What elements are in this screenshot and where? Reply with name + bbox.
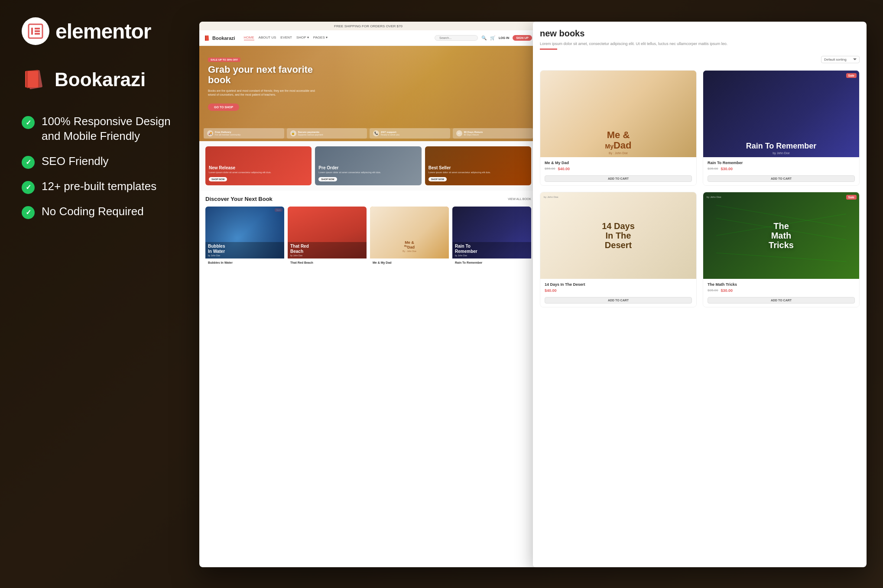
elementor-icon xyxy=(22,17,49,45)
category-new-release[interactable]: New Release Lorem ipsum dolor sit amet c… xyxy=(205,146,312,185)
nav-home[interactable]: HOME xyxy=(244,36,254,40)
book-bottom-mathtricks: The Math Tricks $35.00 $30.00 ADD TO CAR… xyxy=(703,279,859,307)
book-cover-medadsmall: Sale Me &MyDad By : John Doe xyxy=(370,207,449,258)
cat-pre-order-btn[interactable]: SHOP NOW xyxy=(318,177,337,181)
sort-row: Default sorting Price: low to high Price… xyxy=(540,56,860,63)
support-sub: Ready to serve you xyxy=(381,133,399,136)
search-icon[interactable]: 🔍 xyxy=(481,36,487,40)
book-grid: Sale BubblesIn Water by John Doe Bubbles… xyxy=(205,207,531,268)
redbeach-author: by John Doe xyxy=(290,254,364,257)
secure-sub: Supports various payment xyxy=(298,133,323,136)
desert-add-to-cart[interactable]: ADD TO CART xyxy=(545,297,692,304)
feat-return: ↩ 90 Days Return 90 Days Return xyxy=(453,128,533,139)
return-icon: ↩ xyxy=(456,130,462,136)
new-books-desc: Lorem ipsum dolor sit amet, consectetur … xyxy=(540,41,860,47)
nav-search-input[interactable] xyxy=(435,35,478,41)
book-bottom-medad: Me & My Dad $55.00 $40.00 ADD TO CART xyxy=(540,157,696,185)
book-lg-medad[interactable]: Me &MyDad By : John Doe Me & My Dad $55.… xyxy=(540,70,697,186)
book-cover-lg-medad: Me &MyDad By : John Doe xyxy=(540,71,696,157)
medad-add-to-cart[interactable]: ADD TO CART xyxy=(545,175,692,182)
medad-new-price: $40.00 xyxy=(558,167,570,171)
check-icon-templates xyxy=(22,181,35,194)
rain-lg-author: by John Doe xyxy=(773,152,789,155)
book-card-medadsmall[interactable]: Sale Me &MyDad By : John Doe Me & My Dad xyxy=(370,207,449,268)
medad-lg-title-text: Me &MyDad xyxy=(556,130,681,151)
book-bottom-desert: 14 Days In The Desert $40.00 ADD TO CART xyxy=(540,279,696,307)
feat-free-delivery: 🚚 Free Delivery For all member community xyxy=(204,128,284,139)
book-lg-mathtricks[interactable]: Sale by John Doe TheMathTricks The Math … xyxy=(703,192,860,307)
nav-about[interactable]: ABOUT US xyxy=(259,36,276,40)
bubbles-title-overlay: BubblesIn Water by John Doe xyxy=(205,242,284,258)
book-info-bubbles: Bubbles In Water xyxy=(205,258,284,268)
nav-pages[interactable]: PAGES ▾ xyxy=(313,36,328,40)
rain-lg-title-text: Rain To Remember xyxy=(719,142,844,151)
book-lg-rain[interactable]: Sale Rain To Remember by John Doe Rain T… xyxy=(703,70,860,186)
cat-best-seller-btn[interactable]: SHOP NOW xyxy=(429,177,447,181)
book-lg-name-rain: Rain To Remember xyxy=(708,161,855,165)
cat-pre-order-desc: Lorem ipsum dolor sit amet consectetur a… xyxy=(318,171,381,174)
view-all-link[interactable]: VIEW ALL BOOK xyxy=(508,197,531,200)
check-icon-seo xyxy=(22,156,35,169)
rain-add-to-cart[interactable]: ADD TO CART xyxy=(708,175,855,182)
cat-new-release-btn[interactable]: SHOP NOW xyxy=(209,177,227,181)
hero-title: Grab your next favorite book xyxy=(208,65,321,85)
feature-bars: 🚚 Free Delivery For all member community… xyxy=(204,128,533,139)
elementor-logo: elementor xyxy=(22,17,186,45)
feature-item-templates: 12+ pre-built templates xyxy=(22,179,186,194)
sort-select[interactable]: Default sorting Price: low to high Price… xyxy=(821,56,860,63)
medad-author: By : John Doe xyxy=(403,250,416,252)
rain-old-price: $35.00 xyxy=(708,167,718,171)
nav-event[interactable]: EVENT xyxy=(280,36,292,40)
book-info-rain: Rain To Remember xyxy=(452,258,531,268)
nav-shop[interactable]: SHOP ▾ xyxy=(296,36,309,40)
main-mockup: FREE SHIPPING FOR ORDERS OVER $70 Bookar… xyxy=(199,22,537,567)
price-row-rain: $35.00 $30.00 xyxy=(708,167,855,171)
book-name-medad: Me & My Dad xyxy=(373,261,446,264)
category-best-seller[interactable]: Best Seller Lorem ipsum dolor sit amet c… xyxy=(425,146,531,185)
book-name-bubbles: Bubbles In Water xyxy=(208,261,282,264)
bookarazi-book-icon xyxy=(22,67,48,93)
mathtricks-deco xyxy=(703,192,859,279)
price-row-mathtricks: $35.00 $30.00 xyxy=(708,288,855,293)
book-card-redbeach[interactable]: Sale That RedBeach by John Doe That Red … xyxy=(288,207,367,268)
nav-login-btn[interactable]: LOG IN xyxy=(499,36,509,39)
book-card-rain[interactable]: Sale Rain ToRemember by John Doe Rain To… xyxy=(452,207,531,268)
book-lg-name-mathtricks: The Math Tricks xyxy=(708,282,855,287)
announcement-bar: FREE SHIPPING FOR ORDERS OVER $70 xyxy=(199,22,537,30)
delivery-sub: For all member community xyxy=(215,133,240,136)
discover-title: Discover Your Next Book xyxy=(205,196,273,202)
nav-logo-text: Bookarazi xyxy=(212,36,235,41)
feat-support: 📞 24/7 support Ready to serve you xyxy=(370,128,450,139)
features-list: 100% Responsive Design and Mobile Friend… xyxy=(22,114,186,219)
rain-new-price: $30.00 xyxy=(721,167,733,171)
hero-section: SALE UP TO 30% OFF Grab your next favori… xyxy=(199,46,537,141)
hero-sale-tag: SALE UP TO 30% OFF xyxy=(208,58,240,62)
redbeach-title-overlay: That RedBeach by John Doe xyxy=(288,242,367,258)
book-cover-lg-rain: Sale Rain To Remember by John Doe xyxy=(703,71,859,157)
feat-secure-payments: 🔒 Secure payments Supports various payme… xyxy=(287,128,367,139)
discover-section: Discover Your Next Book VIEW ALL BOOK Sa… xyxy=(199,191,537,273)
cat-new-release-content: New Release Lorem ipsum dolor sit amet c… xyxy=(209,165,271,182)
hero-cta-button[interactable]: GO TO SHOP xyxy=(208,103,239,111)
cat-new-release-title: New Release xyxy=(209,165,271,170)
right-cards-panel: new books Lorem ipsum dolor sit amet, co… xyxy=(533,22,867,567)
price-row-medad: $55.00 $40.00 xyxy=(545,167,692,171)
book-lg-desert[interactable]: by John Doe 14 DaysIn TheDesert 14 Days … xyxy=(540,192,697,307)
bubbles-author: by John Doe xyxy=(208,254,282,257)
rain-lg-title: Rain To Remember xyxy=(719,142,844,151)
book-cover-bubbles: Sale BubblesIn Water by John Doe xyxy=(205,207,284,258)
book-name-redbeach: That Red Beach xyxy=(290,261,364,264)
cat-new-release-desc: Lorem ipsum dolor sit amet consectetur a… xyxy=(209,171,271,174)
nav-signup-btn[interactable]: SIGN UP xyxy=(513,35,532,41)
rain-author: by John Doe xyxy=(455,254,529,257)
feature-item-nocoding: No Coding Required xyxy=(22,204,186,219)
svg-rect-1 xyxy=(31,28,33,35)
mathtricks-add-to-cart[interactable]: ADD TO CART xyxy=(708,297,855,304)
category-section: New Release Lorem ipsum dolor sit amet c… xyxy=(199,141,537,191)
category-pre-order[interactable]: Pre Order Lorem ipsum dolor sit amet con… xyxy=(315,146,421,185)
svg-line-15 xyxy=(716,253,846,262)
book-card-bubbles[interactable]: Sale BubblesIn Water by John Doe Bubbles… xyxy=(205,207,284,268)
cart-icon[interactable]: 🛒 xyxy=(490,36,495,40)
medad-title-text: Me &MyDad xyxy=(403,241,416,250)
rain-sale-badge: Sale xyxy=(846,73,857,78)
